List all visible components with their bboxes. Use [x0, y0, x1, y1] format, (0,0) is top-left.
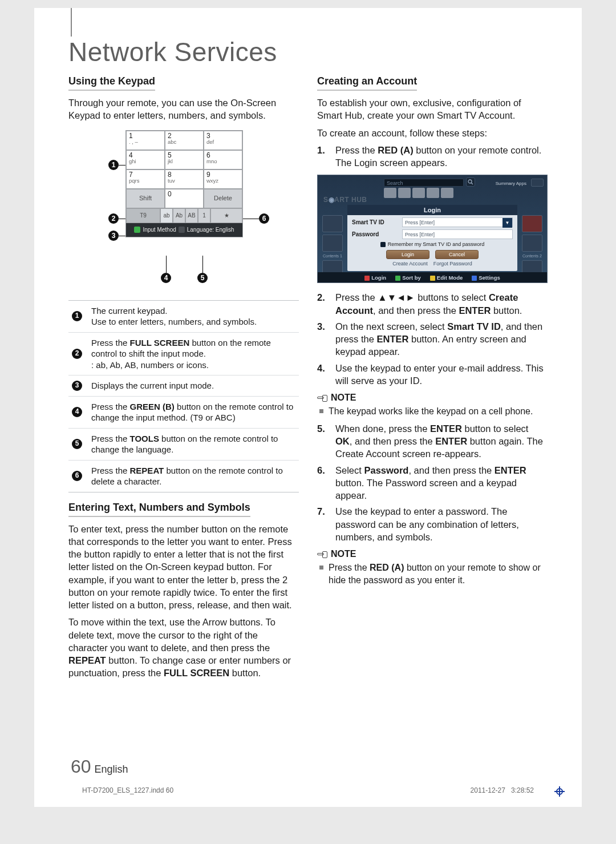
app-icon	[427, 188, 439, 198]
note-heading-1: NOTE	[317, 393, 548, 403]
svg-point-0	[468, 180, 472, 183]
arrow-icons: ▲▼◄►	[378, 292, 415, 302]
green-b-icon	[134, 227, 140, 233]
create-account-link: Create Account	[392, 261, 428, 266]
app-icon	[384, 188, 396, 198]
foot-b: Sort by	[395, 274, 421, 281]
indd-timestamp: 2011-12-27 3:28:52	[471, 786, 534, 794]
app-caption: Contents 1	[322, 254, 343, 258]
row-desc: Press the GREEN (B) button on the remote…	[91, 401, 297, 423]
row-number: 6	[71, 465, 83, 487]
heading-using-keypad: Using the Keypad	[68, 75, 155, 91]
key-2: 2abc	[165, 131, 204, 150]
heading-entering-text: Entering Text, Numbers and Symbols	[68, 502, 250, 517]
row-number: 2	[71, 337, 83, 371]
right-app-rail: Contents 2	[522, 215, 542, 277]
mode-AB: AB	[185, 208, 198, 223]
onscreen-keypad: 1. , – 2abc 3def 4ghi 5jkl 6mno 7pqrs 8t…	[125, 130, 243, 237]
callout-6-lead	[243, 219, 259, 219]
step-7: 7. Use the keypad to enter a password. T…	[317, 505, 548, 543]
input-method-label: Input Method	[143, 227, 176, 233]
row-number: 3	[71, 380, 83, 391]
keypad-numeric-grid: 1. , – 2abc 3def 4ghi 5jkl 6mno 7pqrs 8t…	[126, 131, 242, 189]
table-row: 6 Press the REPEAT button on the remote …	[68, 461, 299, 492]
steps-list: 1. Press the RED (A) button on your remo…	[317, 144, 548, 169]
app-card	[322, 235, 343, 252]
summary-chip	[531, 179, 544, 187]
app-icon	[441, 188, 453, 198]
key-6: 6mno	[204, 150, 242, 169]
callout-table: 1 The current keypad. Use to enter lette…	[68, 300, 299, 492]
key-1: 1. , –	[126, 131, 165, 150]
app-card	[322, 215, 343, 232]
steps-list-5to7: 5. When done, press the ENTER button to …	[317, 422, 548, 543]
note-heading-2: NOTE	[317, 549, 548, 559]
callout-4-lead	[166, 256, 167, 273]
id-field: Press [Enter]▼	[402, 217, 513, 227]
row-desc: Press the REPEAT button on the remote co…	[91, 465, 297, 487]
table-row: 5 Press the TOOLS button on the remote c…	[68, 429, 299, 461]
row-number: 5	[71, 433, 83, 455]
left-column: Using the Keypad Through your remote, yo…	[68, 75, 299, 684]
tools-icon	[179, 227, 185, 233]
page-title: Network Services	[68, 37, 548, 67]
key-0: 0	[165, 189, 204, 208]
key-shift: Shift	[126, 189, 165, 208]
table-row: 1 The current keypad. Use to enter lette…	[68, 301, 299, 333]
summary-apps-label: Summary Apps	[496, 181, 526, 186]
callout-1: 1	[108, 160, 119, 170]
callout-6: 6	[259, 213, 269, 224]
step-3: 3. On the next screen, select Smart TV I…	[317, 320, 548, 358]
keypad-stage: 1 2 3 6 4 5 1. , – 2abc 3def 4ghi	[92, 130, 275, 290]
key-3: 3def	[204, 131, 242, 150]
row-desc: Displays the current input mode.	[91, 380, 297, 391]
green-b-icon	[395, 276, 400, 281]
note-list-2: Press the RED (A) button on your remote …	[317, 562, 548, 586]
app-caption: Contents 2	[522, 254, 542, 258]
login-footerbar: Login Sort by Edit Mode Settings	[318, 272, 547, 282]
pw-field: Press [Enter]	[402, 229, 513, 239]
keypad-row-4: Shift 0 Delete	[126, 189, 242, 208]
app-card	[522, 235, 542, 252]
foot-d: Settings	[472, 274, 500, 281]
note-item: The keypad works like the keypad on a ce…	[317, 405, 548, 418]
yellow-c-icon	[430, 276, 435, 281]
login-buttons: Login Cancel	[347, 250, 517, 259]
foot-c: Edit Mode	[430, 274, 463, 281]
steps-list-2to4: 2. Press the ▲▼◄► buttons to select Crea…	[317, 291, 548, 387]
row-desc: Press the FULL SCREEN button on the remo…	[91, 337, 297, 371]
blue-d-icon	[472, 276, 477, 281]
keypad-mode-row: T9 ab Ab AB 1 ★	[126, 208, 242, 223]
app-icon	[412, 188, 425, 198]
table-row: 2 Press the FULL SCREEN button on the re…	[68, 333, 299, 376]
search-icon	[466, 177, 475, 187]
step-4: 4. Use the keypad to enter your e-mail a…	[317, 362, 548, 387]
app-card	[522, 215, 542, 232]
page-number: 60English	[71, 756, 128, 777]
mode-1: 1	[198, 208, 210, 223]
search-field: Search	[384, 179, 464, 187]
app-icon	[398, 188, 411, 198]
page-content: Network Services Using the Keypad Throug…	[68, 37, 548, 684]
key-8: 8tuv	[165, 169, 204, 189]
row-number: 1	[71, 305, 83, 328]
row-number: 4	[71, 401, 83, 423]
mode-Ab: Ab	[173, 208, 185, 223]
note-hand-icon	[317, 394, 327, 402]
callout-5-lead	[202, 256, 203, 273]
id-label: Smart TV ID	[352, 219, 399, 225]
remember-checkbox: Remember my Smart TV ID and password	[347, 241, 517, 247]
dropdown-icon: ▼	[502, 218, 512, 228]
keypad-footer: Input Method Language: English	[126, 223, 242, 237]
note-hand-icon	[317, 550, 327, 558]
step-5: 5. When done, press the ENTER button to …	[317, 422, 548, 461]
note-list-1: The keypad works like the keypad on a ce…	[317, 405, 548, 418]
callout-5: 5	[197, 273, 208, 283]
header-app-icons	[384, 188, 453, 198]
svg-line-1	[471, 183, 473, 185]
login-screenshot: Search Summary Apps S◉ART HUB	[317, 175, 548, 283]
keypad-figure: 1 2 3 6 4 5 1. , – 2abc 3def 4ghi	[68, 130, 299, 290]
login-row-id: Smart TV ID Press [Enter]▼	[352, 217, 513, 227]
create-account-intro2: To create an account, follow these steps…	[317, 127, 548, 139]
language-label: Language: English	[187, 227, 234, 233]
